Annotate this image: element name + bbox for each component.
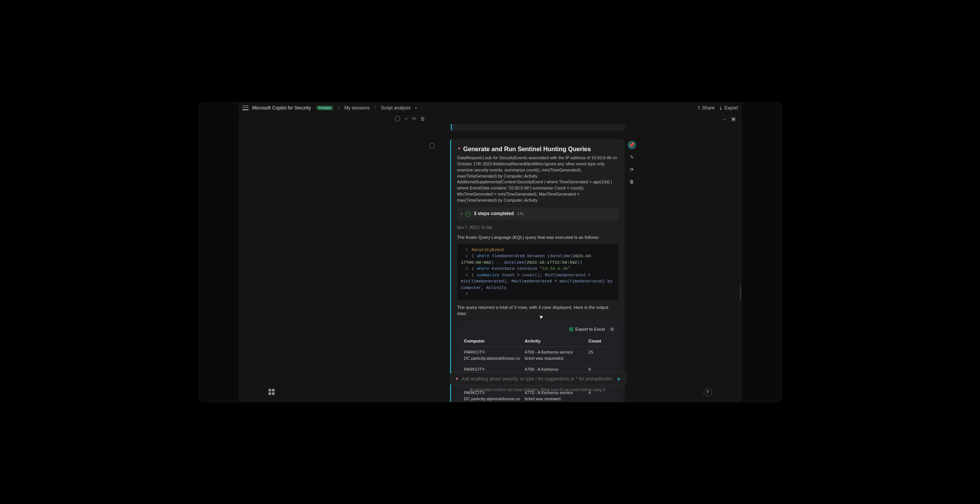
result-text: The query returned a total of 3 rows, wi… [457,304,618,317]
edit-button[interactable]: ✎ [628,153,636,161]
excel-icon [569,327,573,331]
crumb-sep: / [338,105,339,111]
crumb-current[interactable]: Script analysis [381,105,411,111]
preview-badge: Preview [316,106,333,110]
scrollbar[interactable] [740,285,741,300]
refresh-button[interactable]: ⟳ [628,165,636,174]
disclaimer: AI-generated content can have mistakes. … [450,388,626,392]
col-computer[interactable]: Computer [462,336,523,347]
crumb-sep: / [375,105,376,111]
steps-completed-row[interactable]: › ✓ 3 steps completed 14s [457,207,618,220]
app-title: Microsoft Copilot for Security [252,105,311,111]
refresh-icon[interactable]: ⟳ [412,116,416,122]
prompt-bar: ✦ ➤ [450,372,626,385]
table-row: PARKCITY-DC.parkcity.alpineskihouse.co 4… [462,347,614,364]
send-button[interactable]: ➤ [617,376,621,382]
delete-button[interactable]: 🗑 [628,178,636,186]
expand-horiz-icon[interactable]: ↔ [722,116,727,122]
pin-button[interactable]: 📌 [628,141,636,149]
apps-icon[interactable] [268,389,275,395]
prompt-input[interactable] [462,376,614,382]
card-title: Generate and Run Sentinel Hunting Querie… [463,145,591,153]
sparkle-icon: ✦ [455,376,459,382]
open-external-icon[interactable]: ⧉ [610,326,614,333]
intro-text: The Kusto Query Language (KQL) query tha… [457,234,618,241]
card-description: DataRequest:Look for SecurityEvents asso… [457,155,618,204]
success-icon: ✓ [465,211,471,217]
subbar: ✧ ⟳ 🗑 ↔ ▣ [239,113,742,124]
steps-duration: 14s [517,211,524,217]
card-actions-rail: 📌 ✎ ⟳ 🗑 [628,141,636,186]
delete-icon[interactable]: 🗑 [420,116,425,122]
col-activity[interactable]: Activity [522,336,586,347]
steps-text: 3 steps completed [474,210,514,217]
results-table: Computer Activity Count PARKCITY-DC.park… [462,336,614,401]
help-button[interactable]: ? [704,388,712,396]
chevron-right-icon: › [461,211,463,217]
export-excel-button[interactable]: Export to Excel [569,326,605,333]
panel-icon[interactable]: ▣ [731,116,736,122]
previous-card-stub [451,124,625,131]
download-icon: ⭳ [718,105,723,111]
col-count[interactable]: Count [586,336,614,347]
content-area: ✦ Generate and Run Sentinel Hunting Quer… [239,124,742,402]
share-icon: ⇪ [697,105,701,111]
sparkle-icon: ✦ [457,145,461,152]
share-button[interactable]: ⇪ Share [697,105,715,111]
row-checkbox[interactable] [429,143,435,148]
menu-icon[interactable] [242,106,249,110]
crumb-sessions[interactable]: My sessions [344,105,370,111]
timestamp: Nov 7, 2023 | 15:30s [457,225,618,231]
code-block: 1SecurityEvent 2| where TimeGenerated be… [457,244,618,300]
export-button[interactable]: ⭳ Export [718,105,738,111]
pin-icon[interactable]: ✧ [404,116,408,122]
chevron-down-icon[interactable]: ▾ [415,106,417,110]
select-all-checkbox[interactable] [395,116,400,121]
response-card: ✦ Generate and Run Sentinel Hunting Quer… [450,139,625,402]
topbar: Microsoft Copilot for Security Preview /… [239,103,742,113]
